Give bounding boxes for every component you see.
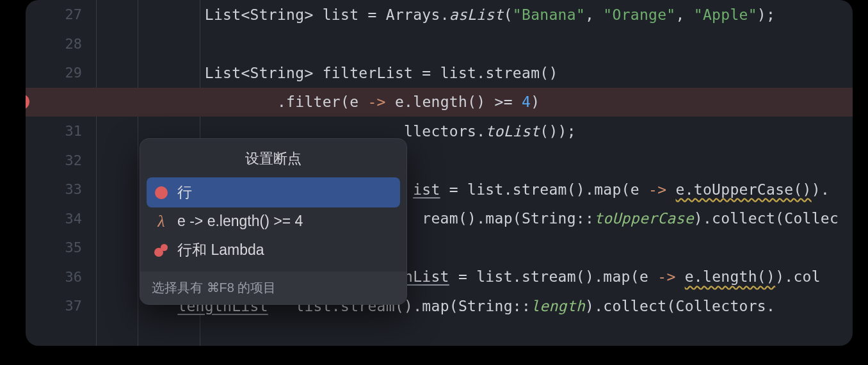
line-number[interactable]: 35 [26,239,96,256]
line-breakpoint-icon [154,186,168,200]
popup-items: 行λe -> e.length() >= 4行和 Lambda [140,177,406,272]
breakpoint-icon[interactable] [26,94,29,110]
popup-hint: 选择具有 ⌘F8 的项目 [140,272,406,304]
line-number[interactable]: 29 [26,65,96,81]
code-line[interactable]: .filter(e -> e.length() >= 4) [26,88,853,117]
code-line[interactable]: 29 List<String> filterList = list.stream… [26,58,853,88]
option-label: 行和 Lambda [177,240,264,260]
editor-window: 27 List<String> list = Arrays.asList("Ba… [26,0,853,346]
code-text[interactable]: List<String> filterList = list.stream() [96,65,853,81]
popup-title: 设置断点 [140,139,406,177]
line-number[interactable]: 34 [26,211,96,227]
option-label: 行 [177,182,192,202]
line-number[interactable]: 33 [26,181,96,197]
breakpoint-option[interactable]: 行 [147,177,400,207]
breakpoint-option[interactable]: λe -> e.length() >= 4 [147,207,400,235]
line-number[interactable]: 32 [26,152,96,168]
line-and-lambda-icon [154,243,168,257]
code-line[interactable]: 27 List<String> list = Arrays.asList("Ba… [26,0,853,29]
code-line[interactable]: 28 [26,29,853,59]
code-text[interactable]: llectors.toList()); [96,123,853,140]
code-text[interactable]: .filter(e -> e.length() >= 4) [96,93,853,110]
lambda-icon: λ [154,215,168,229]
line-number[interactable]: 27 [26,6,96,22]
line-number[interactable]: 31 [26,123,96,139]
breakpoint-popup: 设置断点 行λe -> e.length() >= 4行和 Lambda 选择具… [140,138,407,305]
line-number[interactable]: 36 [26,269,96,285]
code-text[interactable]: List<String> list = Arrays.asList("Banan… [96,6,853,23]
line-number[interactable]: 37 [26,298,96,314]
option-label: e -> e.length() >= 4 [177,213,303,230]
line-number[interactable]: 28 [26,36,96,52]
breakpoint-option[interactable]: 行和 Lambda [147,235,400,265]
code-text[interactable] [96,35,853,52]
